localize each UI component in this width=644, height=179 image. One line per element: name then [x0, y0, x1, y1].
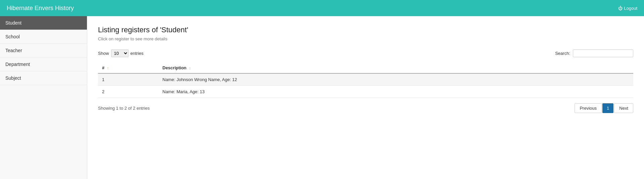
page-title: Listing registers of 'Student' [98, 26, 633, 34]
entries-label: entries [131, 51, 144, 56]
sort-icon-num: ↑ [107, 66, 109, 70]
search-input[interactable] [573, 49, 633, 57]
previous-button[interactable]: Previous [575, 103, 602, 113]
layout: Student School Teacher Department Subjec… [0, 16, 644, 179]
cell-description: Name: Johnson Wrong Name, Age: 12 [158, 73, 633, 86]
show-label: Show [98, 51, 109, 56]
cell-num: 1 [98, 73, 158, 86]
page-subtitle: Click on register to see more details [98, 36, 633, 41]
entries-select[interactable]: 10 25 50 100 [111, 49, 129, 57]
logout-button[interactable]: ⏻ Logout [618, 6, 637, 11]
sidebar-item-department[interactable]: Department [0, 58, 87, 71]
current-page-button[interactable]: 1 [602, 103, 613, 113]
cell-num: 2 [98, 86, 158, 98]
sidebar: Student School Teacher Department Subjec… [0, 16, 87, 179]
main-content: Listing registers of 'Student' Click on … [87, 16, 644, 179]
search-label: Search: [555, 51, 570, 56]
app-title: Hibernate Envers History [7, 5, 74, 12]
table-row[interactable]: 2Name: Maria, Age: 13 [98, 86, 633, 98]
power-icon: ⏻ [618, 6, 623, 11]
controls-row: Show 10 25 50 100 entries Search: [98, 49, 633, 57]
sidebar-item-school[interactable]: School [0, 30, 87, 44]
sort-icon-description: ↕ [189, 66, 191, 70]
col-header-num[interactable]: # ↑ [98, 63, 158, 73]
pagination: Previous 1 Next [575, 103, 633, 113]
footer-row: Showing 1 to 2 of 2 entries Previous 1 N… [98, 103, 633, 113]
header: Hibernate Envers History ⏻ Logout [0, 0, 644, 16]
sidebar-item-student[interactable]: Student [0, 16, 87, 30]
sidebar-item-subject[interactable]: Subject [0, 71, 87, 85]
data-table: # ↑ Description ↕ 1Name: Johnson Wrong N… [98, 63, 633, 98]
show-entries: Show 10 25 50 100 entries [98, 49, 144, 57]
table-row[interactable]: 1Name: Johnson Wrong Name, Age: 12 [98, 73, 633, 86]
sidebar-item-teacher[interactable]: Teacher [0, 44, 87, 58]
cell-description: Name: Maria, Age: 13 [158, 86, 633, 98]
table-header-row: # ↑ Description ↕ [98, 63, 633, 73]
next-button[interactable]: Next [614, 103, 633, 113]
col-header-description[interactable]: Description ↕ [158, 63, 633, 73]
search-row: Search: [555, 49, 633, 57]
showing-text: Showing 1 to 2 of 2 entries [98, 106, 150, 111]
